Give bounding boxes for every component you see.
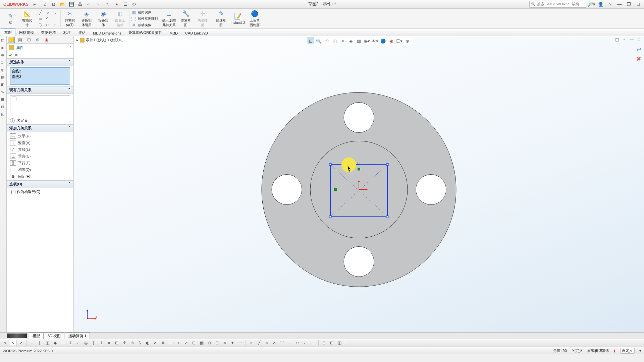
fix-relation-button[interactable]: ⊕固定(F)	[10, 173, 70, 180]
point-tool-icon[interactable]: ·	[52, 16, 58, 21]
mirror-entities-button[interactable]: ▥镜向实体	[130, 9, 159, 15]
collinear-rel-icon[interactable]: ╲	[137, 340, 143, 346]
along-z-icon[interactable]: ↗	[183, 340, 190, 346]
options-header[interactable]: 选项(O)⌃	[7, 180, 73, 188]
rail-icon[interactable]: ▦	[1, 97, 6, 102]
collapse-icon[interactable]: ⌃	[68, 182, 71, 187]
options-icon[interactable]: ☰	[121, 1, 129, 8]
construction-checkbox[interactable]	[11, 190, 15, 194]
rebuild-icon[interactable]: ●	[113, 1, 121, 8]
arc-tool-icon[interactable]: ◠	[44, 16, 51, 21]
dynamic-view-icon[interactable]: ✦	[339, 38, 346, 44]
settings-view-icon[interactable]: ⊕	[404, 38, 411, 44]
horizontal-rel-icon[interactable]: —	[59, 340, 66, 346]
select-cursor-icon[interactable]: ↖	[10, 340, 16, 346]
tab-sketch[interactable]: 草图	[1, 28, 15, 36]
model-view[interactable]	[74, 45, 644, 341]
exit-sketch-button[interactable]: ✎草	[2, 10, 19, 28]
vertical-relation-button[interactable]: |竖直(V)	[10, 139, 70, 146]
display-style-icon[interactable]: ▦	[355, 38, 363, 44]
instant2d-button[interactable]: 📝Instant2D	[229, 10, 246, 28]
minimize-icon[interactable]: —	[615, 1, 624, 8]
rel-perp2-icon[interactable]: ⊥	[310, 340, 316, 346]
zoom-fit-icon[interactable]: ⊡	[307, 38, 314, 44]
search-input[interactable]: 🔍搜索 SOLIDWORKS 帮助	[529, 1, 586, 8]
along-x-icon[interactable]: ⟶	[167, 340, 174, 346]
maximize-icon[interactable]: □	[634, 1, 642, 8]
tab-mbd-dimensions[interactable]: MBD Dimensions	[89, 30, 125, 36]
rel-point-icon[interactable]: ·	[286, 340, 293, 346]
quick-filter-icon[interactable]: ↗	[17, 340, 24, 346]
shaded-sketch-button[interactable]: 🔵上色草 图轮廓	[246, 10, 263, 28]
rel-el-icon[interactable]: ⬭	[294, 340, 301, 346]
centerpoint-icon[interactable]: ⊙	[206, 340, 213, 346]
intersection-icon[interactable]: ✕	[152, 340, 159, 346]
tab-mesh[interactable]: 网格建模	[15, 29, 38, 36]
hide-show-icon[interactable]: ◉▾	[363, 38, 371, 44]
rail-icon[interactable]: ⊕	[1, 53, 6, 58]
display-tab-icon[interactable]: ◉	[43, 37, 50, 43]
dim-h-icon[interactable]: ⊟	[321, 340, 327, 346]
rel-arc-icon[interactable]: ⌒	[279, 340, 285, 346]
status-chevron-icon[interactable]: ▾	[639, 349, 641, 353]
concentric-icon[interactable]: ◎	[83, 340, 89, 346]
spline-tool-icon[interactable]: ∿	[52, 10, 58, 15]
timeline-strip[interactable]	[7, 334, 27, 338]
add-relations-header[interactable]: 添加几何关系⌃	[7, 124, 73, 132]
expand-icon[interactable]: ▸	[76, 38, 78, 42]
redo-icon[interactable]: ↷	[94, 1, 102, 8]
tab-addins[interactable]: SOLIDWORKS 插件	[125, 29, 166, 36]
dimxpert-tab-icon[interactable]: ⊕	[34, 37, 41, 43]
rail-icon[interactable]: □	[1, 60, 6, 65]
list-item[interactable]: 直线3	[11, 74, 69, 80]
perpendicular-relation-button[interactable]: ⊥垂直(U)	[10, 153, 70, 160]
auto-rel-icon[interactable]: ○	[248, 340, 255, 346]
graphics-area[interactable]: ▸ 零件1 (默认) <<默认>_... ⊡ 🔍 ↶ ◫ ✦ ◈ ▦ ◉▾ 👁▾…	[74, 36, 644, 332]
dim-v-icon[interactable]: ⊡	[328, 340, 335, 346]
user-icon[interactable]: 👤	[597, 1, 605, 8]
collinear-relation-button[interactable]: ∕共线(L)	[10, 146, 70, 153]
parallel-rel-icon[interactable]: ∥	[90, 340, 97, 346]
search-dropdown-icon[interactable]: 🔎▾	[587, 1, 595, 8]
triad[interactable]: x	[84, 309, 97, 322]
selected-entities-header[interactable]: 所选实体⌃	[7, 58, 73, 66]
settings-icon[interactable]: ⚙	[130, 1, 138, 8]
collapse-icon[interactable]: ⌃	[68, 60, 71, 65]
on-surface-icon[interactable]: ▦	[198, 340, 205, 346]
tab-data-migration[interactable]: 数据迁移	[38, 29, 60, 36]
print-icon[interactable]: 🖶	[76, 1, 84, 8]
viewport-icon[interactable]: —	[629, 37, 635, 42]
offset-entities-button[interactable]: ◉等距实 体	[95, 10, 112, 28]
save-icon[interactable]: 💾	[67, 1, 75, 8]
line-tool-icon[interactable]: ╱	[37, 10, 44, 15]
quad-icon[interactable]: ✦	[229, 340, 236, 346]
rel-circle-icon[interactable]: ○	[263, 340, 270, 346]
rail-icon[interactable]: ◈	[1, 46, 6, 50]
rail-icon[interactable]: ▤	[1, 75, 6, 80]
equal-rel-icon[interactable]: =	[106, 340, 112, 346]
new-icon[interactable]: 🗋	[50, 1, 58, 8]
existing-relations-header[interactable]: 现有几何关系⌃	[7, 86, 73, 94]
tangent-icon[interactable]: ⌐	[75, 340, 82, 346]
vertical-rel-icon[interactable]: ⊥	[67, 340, 74, 346]
convert-entities-button[interactable]: ◈转换实 体引用	[78, 10, 95, 28]
rel-x-icon[interactable]: ✕	[271, 340, 278, 346]
section-view-icon[interactable]: ◫	[331, 38, 338, 44]
list-item[interactable]: 直线2	[11, 68, 69, 74]
fix-rel-icon[interactable]: ✛	[121, 340, 128, 346]
select-icon[interactable]: ↖	[104, 1, 112, 8]
tab-annotate[interactable]: 标注	[60, 29, 74, 36]
collapse-icon[interactable]: ⌃	[68, 87, 71, 93]
rectangle-tool-icon[interactable]: ▭	[37, 16, 44, 21]
tab-evaluate[interactable]: 评估	[74, 29, 89, 36]
smart-dimension-button[interactable]: 📐智能尺 寸	[19, 10, 36, 28]
units-dropdown[interactable]: 自定义	[620, 348, 635, 354]
display-relations-button[interactable]: ⊥显示/删除 几何关系	[161, 10, 177, 28]
config-tab-icon[interactable]: ⊡	[25, 37, 32, 43]
feature-tree-tab-icon[interactable]: 🟨	[8, 37, 15, 43]
equal-curve-icon[interactable]: ≈	[221, 340, 228, 346]
tab-cadlink[interactable]: CAD Link v20	[181, 30, 211, 36]
pin-icon[interactable]: ✖	[15, 53, 18, 57]
property-tab-icon[interactable]: ▤	[17, 37, 23, 43]
trim-entities-button[interactable]: ✂剪裁实 体(T)	[61, 10, 78, 28]
